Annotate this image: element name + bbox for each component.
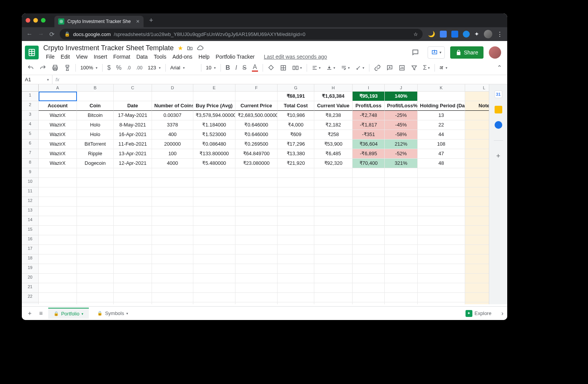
cell[interactable]: Bitcoin <box>77 111 114 120</box>
star-icon[interactable]: ★ <box>178 44 183 52</box>
cell[interactable] <box>465 245 489 254</box>
cell[interactable]: ₹95,193 <box>353 92 385 101</box>
cell[interactable] <box>39 178 77 187</box>
cell[interactable]: 8-May-2021 <box>114 120 152 130</box>
cell[interactable] <box>39 235 77 245</box>
cell[interactable]: -₹1,817 <box>353 120 385 130</box>
cell[interactable]: ₹8,238 <box>314 111 353 120</box>
move-folder-icon[interactable] <box>187 45 193 51</box>
text-color-button[interactable]: A <box>250 62 260 73</box>
cell[interactable]: ₹4,000 <box>278 120 314 130</box>
cell[interactable] <box>465 168 489 178</box>
cell[interactable] <box>77 187 114 197</box>
cell[interactable] <box>152 197 193 207</box>
cell[interactable] <box>278 264 314 274</box>
present-button[interactable]: ▾ <box>428 46 445 59</box>
header-cell[interactable]: Coin <box>77 101 114 111</box>
cell[interactable]: 140% <box>385 92 418 101</box>
cell[interactable] <box>465 216 489 226</box>
text-rotation-button[interactable] <box>353 63 367 72</box>
cell[interactable] <box>193 187 235 197</box>
cell[interactable] <box>418 274 465 283</box>
minimize-window-button[interactable] <box>33 18 38 23</box>
cell[interactable] <box>235 197 278 207</box>
cell[interactable] <box>418 254 465 264</box>
functions-button[interactable]: Σ <box>421 63 432 73</box>
cell[interactable]: Holo <box>77 120 114 130</box>
cell[interactable]: 108 <box>418 139 465 149</box>
cell[interactable]: 12-Apr-2021 <box>114 159 152 168</box>
horizontal-align-button[interactable] <box>309 63 323 72</box>
cell[interactable] <box>193 302 235 304</box>
cell[interactable] <box>353 187 385 197</box>
cell[interactable] <box>278 168 314 178</box>
cell[interactable] <box>235 245 278 254</box>
cell[interactable]: ₹609 <box>278 130 314 139</box>
cell[interactable] <box>465 159 489 168</box>
decimal-increase-button[interactable]: .00 <box>134 64 145 72</box>
cell[interactable]: 7 <box>22 149 39 159</box>
cell[interactable] <box>152 274 193 283</box>
cell[interactable] <box>193 178 235 187</box>
cell[interactable] <box>235 235 278 245</box>
cell[interactable]: ₹6,485 <box>314 149 353 159</box>
column-header[interactable]: A <box>39 84 77 92</box>
cell[interactable] <box>314 197 353 207</box>
cell[interactable]: 15 <box>22 226 39 235</box>
cell[interactable] <box>314 226 353 235</box>
cell[interactable] <box>278 245 314 254</box>
header-cell[interactable]: Number of Coins <box>152 101 193 111</box>
cell[interactable] <box>235 226 278 235</box>
cell[interactable] <box>152 178 193 187</box>
sheets-logo[interactable] <box>25 46 39 59</box>
reload-button[interactable]: ⟳ <box>49 31 54 38</box>
cell[interactable] <box>114 168 152 178</box>
cell[interactable] <box>418 178 465 187</box>
cell[interactable] <box>77 216 114 226</box>
cell[interactable] <box>114 92 152 101</box>
filter-button[interactable] <box>408 63 420 73</box>
cell[interactable] <box>465 264 489 274</box>
cell[interactable] <box>39 216 77 226</box>
keep-icon[interactable] <box>495 106 502 113</box>
cell[interactable]: ₹92,320 <box>314 159 353 168</box>
cell[interactable] <box>465 120 489 130</box>
dark-mode-icon[interactable]: 🌙 <box>428 31 435 38</box>
borders-button[interactable] <box>278 63 289 73</box>
cell[interactable] <box>385 274 418 283</box>
header-cell[interactable]: Holding Period (Days) <box>418 101 465 111</box>
cell[interactable]: 4 <box>22 120 39 130</box>
cell[interactable]: ₹1,63,384 <box>314 92 353 101</box>
cell[interactable]: 12 <box>22 197 39 207</box>
menu-insert[interactable]: Insert <box>91 53 110 61</box>
cell[interactable] <box>465 226 489 235</box>
merge-cells-button[interactable] <box>290 63 304 73</box>
header-cell[interactable]: Profit/Loss% <box>385 101 418 111</box>
cell[interactable] <box>418 92 465 101</box>
spreadsheet-grid[interactable]: ABCDEFGHIJKL1₹68,191₹1,63,384₹95,193140%… <box>22 84 489 304</box>
cell[interactable] <box>193 283 235 293</box>
cell[interactable]: 22 <box>22 293 39 302</box>
cell[interactable]: 212% <box>385 139 418 149</box>
cell[interactable] <box>278 254 314 264</box>
cell[interactable] <box>152 207 193 216</box>
tasks-icon[interactable] <box>495 121 502 129</box>
cell[interactable] <box>353 302 385 304</box>
cell[interactable]: BitTorrent <box>77 139 114 149</box>
redo-button[interactable] <box>37 63 49 73</box>
cell[interactable] <box>152 235 193 245</box>
text-wrap-button[interactable] <box>338 63 352 72</box>
cell[interactable] <box>193 226 235 235</box>
cell[interactable] <box>314 264 353 274</box>
cell[interactable] <box>385 216 418 226</box>
menu-data[interactable]: Data <box>134 53 150 61</box>
cell[interactable] <box>193 197 235 207</box>
cell[interactable] <box>77 197 114 207</box>
cell[interactable] <box>314 293 353 302</box>
cell[interactable]: 13 <box>418 111 465 120</box>
cell[interactable] <box>465 130 489 139</box>
cell[interactable] <box>77 264 114 274</box>
cell[interactable] <box>465 207 489 216</box>
name-box[interactable]: A1 ▾ <box>22 75 52 84</box>
number-format-select[interactable]: 123 <box>145 63 163 72</box>
